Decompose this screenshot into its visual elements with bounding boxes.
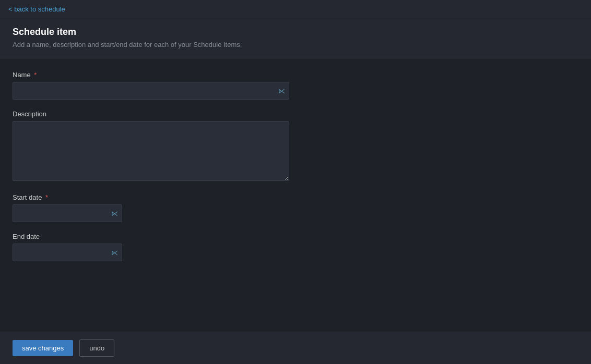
page-subtitle: Add a name, description and start/end da… <box>13 41 578 48</box>
description-input[interactable] <box>13 121 289 181</box>
name-required-star: * <box>34 71 37 79</box>
name-input[interactable] <box>13 82 289 100</box>
start-date-required-star: * <box>45 193 48 201</box>
end-date-label: End date <box>13 233 578 240</box>
undo-button[interactable]: undo <box>79 339 114 357</box>
start-date-label: Start date * <box>13 193 578 201</box>
back-to-schedule-link[interactable]: < back to schedule <box>8 5 65 13</box>
end-date-input-wrapper: ⋉ <box>13 244 122 261</box>
description-form-group: Description <box>13 110 578 183</box>
form-section: Name * ⋉ Description Start date * ⋉ <box>0 58 591 284</box>
end-date-input[interactable] <box>13 244 122 261</box>
top-nav: < back to schedule <box>0 0 591 18</box>
name-input-wrapper: ⋉ <box>13 82 289 100</box>
page-title: Schedule item <box>13 27 578 38</box>
main-content: Schedule item Add a name, description an… <box>0 18 591 332</box>
start-date-input[interactable] <box>13 204 122 222</box>
start-date-form-group: Start date * ⋉ <box>13 193 578 222</box>
end-date-form-group: End date ⋉ <box>13 233 578 261</box>
name-label: Name * <box>13 71 578 79</box>
description-label: Description <box>13 110 578 118</box>
name-form-group: Name * ⋉ <box>13 71 578 100</box>
header-section: Schedule item Add a name, description an… <box>0 18 591 58</box>
footer-bar: save changes undo <box>0 332 591 364</box>
start-date-input-wrapper: ⋉ <box>13 204 122 222</box>
save-changes-button[interactable]: save changes <box>13 340 73 356</box>
